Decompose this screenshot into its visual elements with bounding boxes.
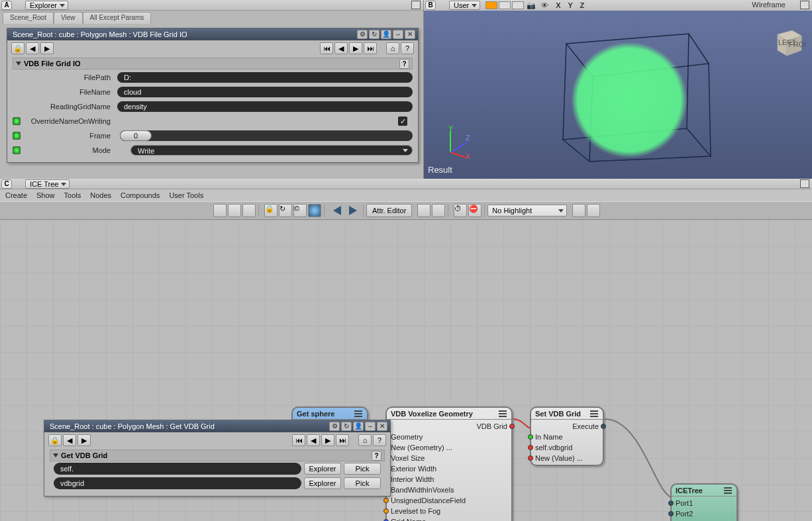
nav-last-icon[interactable]: ⏭ [336,434,349,446]
back-icon[interactable]: ◀ [63,434,76,446]
back-icon[interactable]: ◀ [26,42,39,54]
input-port[interactable] [528,445,533,450]
nav-prev-icon[interactable]: ◀ [334,42,348,54]
nav-forward-icon[interactable] [346,204,360,217]
lock-icon[interactable]: 🔒 [48,434,62,446]
tool-icon[interactable] [572,204,585,217]
reference-input-1[interactable]: self. [54,463,301,475]
tool-icon[interactable] [417,204,431,217]
gear-icon[interactable]: ⚙ [357,30,368,39]
node-menu-icon[interactable] [723,487,733,495]
maximize-icon[interactable] [800,1,809,9]
pick-button[interactable]: Pick [344,477,381,489]
shading-btn-2[interactable] [499,1,511,9]
highlight-dropdown[interactable]: No Highlight [487,205,567,216]
nav-last-icon[interactable]: ⏭ [364,42,377,54]
explorer-button[interactable]: Explorer [304,477,341,489]
tab-scene-root[interactable]: Scene_Root [3,12,54,24]
axis-gizmo[interactable]: Y Z X [440,126,474,159]
frame-anim-icon[interactable] [13,132,21,140]
node-vdb-voxelize-geometry[interactable]: VDB Voxelize Geometry VDB Grid Geometry … [385,406,513,521]
user-icon[interactable]: 👤 [353,422,364,431]
input-port[interactable] [668,500,674,506]
tool-icon[interactable] [213,204,227,217]
node-icetree[interactable]: ICETree Port1 Port2 New (Port2) ... [670,483,738,521]
explorer-button[interactable]: Explorer [304,463,341,475]
node-menu-icon[interactable] [354,410,363,418]
tool-icon[interactable] [432,204,445,217]
tab-view[interactable]: View [54,12,83,24]
user-icon[interactable]: 👤 [381,30,391,39]
help-icon[interactable]: ? [373,434,386,446]
eye-icon[interactable]: 👁 [538,1,550,9]
input-port[interactable] [528,434,533,440]
node-set-vdb-grid[interactable]: Set VDB Grid Execute In Name self.vdbgri… [530,406,604,466]
menu-nodes[interactable]: Nodes [90,191,111,199]
mode-dropdown[interactable]: Write [130,145,413,156]
menu-show[interactable]: Show [36,191,55,199]
reference-input-2[interactable]: vdbgrid [54,477,301,489]
pick-button[interactable]: Pick [344,463,381,475]
gear-icon[interactable]: ⚙ [329,422,340,431]
refresh-icon[interactable]: ↻ [341,422,352,431]
camera-dropdown[interactable]: User [449,1,480,10]
filepath-input[interactable]: D: [117,72,413,83]
viewport-canvas[interactable]: Y Z X Result LEFT FRONT [424,11,812,179]
tool-icon[interactable] [242,204,256,217]
tab-all-except-params[interactable]: All Except Params [83,12,152,24]
attr-editor-button[interactable]: Attr. Editor [366,204,412,217]
stop-icon[interactable]: ⛔ [468,204,482,217]
override-checkbox[interactable]: ✓ [398,117,407,126]
minimize-icon[interactable]: – [365,422,376,431]
frame-slider[interactable]: 0 [120,130,413,141]
help-icon[interactable]: ? [401,42,414,54]
shading-btn-1[interactable] [485,1,497,9]
section-help-icon[interactable]: ? [399,59,409,69]
maximize-icon[interactable] [411,1,421,9]
close-icon[interactable]: ✕ [405,30,415,39]
section-header[interactable]: VDB File Grid IO ? [13,58,413,70]
filename-input[interactable]: cloud [117,87,413,97]
readinggridname-input[interactable]: density [117,101,413,112]
menu-user-tools[interactable]: User Tools [169,191,203,199]
mode-anim-icon[interactable] [13,146,21,154]
home-icon[interactable]: ⌂ [358,434,372,446]
input-port[interactable] [383,498,389,503]
menu-tools[interactable]: Tools [64,191,81,199]
camera-icon[interactable]: 📷 [525,1,537,9]
output-port[interactable] [601,424,606,429]
nav-back-icon[interactable] [330,204,344,217]
copyright-icon[interactable]: © [293,204,307,217]
home-icon[interactable]: ⌂ [386,42,399,54]
section-header[interactable]: Get VDB Grid ? [50,450,385,461]
lock-icon[interactable]: 🔒 [11,42,25,54]
lock-icon[interactable]: 🔒 [264,204,278,217]
nav-first-icon[interactable]: ⏮ [292,434,305,446]
menu-compounds[interactable]: Compounds [121,191,160,199]
panel-a-mode-dropdown[interactable]: Explorer [25,1,68,10]
input-port[interactable] [528,455,533,461]
forward-icon[interactable]: ▶ [77,434,91,446]
output-port[interactable] [509,424,515,429]
timer-icon[interactable]: ⏱ [454,204,467,217]
input-port[interactable] [383,508,389,514]
nav-prev-icon[interactable]: ◀ [307,434,320,446]
panel-c-mode-dropdown[interactable]: ICE Tree [25,179,70,189]
globe-icon[interactable] [308,204,321,217]
node-menu-icon[interactable] [589,410,599,418]
refresh-icon[interactable]: ↻ [369,30,380,39]
section-help-icon[interactable]: ? [372,451,381,461]
node-menu-icon[interactable] [498,410,507,418]
tool-icon[interactable] [587,204,600,217]
view-cube[interactable]: LEFT FRONT [772,25,805,58]
maximize-icon[interactable] [800,179,809,188]
menu-create[interactable]: Create [5,191,27,199]
input-port[interactable] [668,511,674,516]
nav-first-icon[interactable]: ⏮ [320,42,333,54]
minimize-icon[interactable]: – [393,30,403,39]
close-icon[interactable]: ✕ [377,422,387,431]
nav-next-icon[interactable]: ▶ [349,42,362,54]
forward-icon[interactable]: ▶ [40,42,54,54]
shading-btn-3[interactable] [512,1,524,9]
tool-icon[interactable] [228,204,241,217]
